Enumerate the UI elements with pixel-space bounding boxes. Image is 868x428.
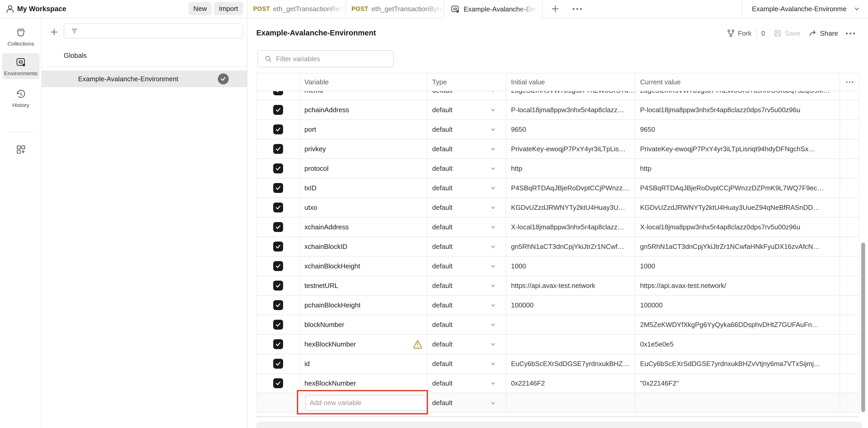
initial-value-cell[interactable]: PrivateKey-ewoqjP7PxY4yr3iLTpLis… [506,140,635,158]
variable-type-cell[interactable]: default [427,335,506,353]
variable-name-cell[interactable]: xchainBlockID [299,237,427,256]
initial-value-cell[interactable]: gn5RhN1aCT3dnCpjYkiJtrZr1NCwf… [506,237,635,256]
initial-value-cell[interactable]: EuCy6bScEXrSdDGSE7yrdnxukBHZ… [506,354,635,373]
variable-name-cell[interactable]: txID [299,179,427,197]
initial-value-cell[interactable]: KGDvUZzdJRWNYTy2ktU4Huay3U… [506,198,635,217]
variable-type-cell[interactable]: default [427,140,506,158]
sidebar-filter-input[interactable] [64,23,243,38]
variable-type-cell[interactable]: default [427,159,506,178]
variable-type-cell[interactable]: default [427,296,506,314]
variable-type-cell[interactable]: default [427,101,506,119]
variable-name-cell[interactable]: privkey [299,140,427,158]
active-environment-check-icon[interactable] [218,74,229,84]
initial-value-cell[interactable] [506,393,635,412]
variable-name-cell[interactable]: xchainBlockHeight [299,257,427,276]
initial-value-cell[interactable]: https://api.avax-test.network [506,276,635,295]
current-value-cell[interactable]: P-local18jma8ppw3nhx5r4ap8clazz0dps7rv5u… [635,101,840,119]
variable-name-cell[interactable]: blockNumber [299,315,427,334]
fork-count[interactable]: 0 [761,29,765,37]
current-value-cell[interactable]: https://api.avax-test.network/ [635,276,840,295]
add-new-variable-input[interactable] [306,395,427,411]
current-value-cell[interactable]: PrivateKey-ewoqjP7PxY4yr3iLTpLisriqt94hd… [635,140,840,158]
variable-name-cell[interactable]: memo [299,91,427,100]
current-value-cell[interactable]: EuCy6bScEXrSdDGSE7yrdnxukBHZvVtjny6ma7VT… [635,354,840,373]
sidebar-item-environments[interactable]: Environments [2,53,39,79]
variable-type-cell[interactable]: default [427,179,506,197]
tab-request-2[interactable]: POST eth_getTransactionByHa [346,0,444,18]
variable-type-cell[interactable]: default [427,276,506,295]
variable-type-cell[interactable]: default [427,218,506,236]
variable-name-cell[interactable]: pchainBlockHeight [299,296,427,314]
variable-name-cell[interactable]: pchainAddress [299,101,427,119]
initial-value-cell[interactable]: 100000 [506,296,635,314]
globals-item[interactable]: Globals [64,49,87,62]
initial-value-cell[interactable]: 2ugeSizmRsVW7b1gsJ7YhZW8GrSTd… [506,91,635,100]
user-avatar-icon[interactable] [5,4,15,14]
save-button[interactable]: Save [773,29,800,38]
current-value-cell[interactable]: 2M5ZeKWDYfXkgPg6YyQyka66DDsphvDHtZ7GUFAu… [635,315,840,334]
current-value-cell[interactable]: KGDvUZzdJRWNYTy2ktU4Huay3UueZ94qNeBfRASn… [635,198,840,217]
sidebar-item-collections[interactable]: Collections [2,24,39,50]
enabled-checkbox[interactable] [273,378,283,388]
current-value-cell[interactable]: 9650 [635,120,840,139]
workspace-name[interactable]: My Workspace [17,0,66,18]
table-options-menu[interactable] [840,74,859,91]
initial-value-cell[interactable] [506,335,635,353]
variable-type-cell[interactable]: default [427,354,506,373]
enabled-checkbox[interactable] [273,203,283,212]
variable-name-cell[interactable]: xchainAddress [299,218,427,236]
current-value-cell[interactable] [635,393,840,412]
variable-type-cell[interactable]: default [427,393,506,412]
enabled-checkbox[interactable] [273,222,283,232]
enabled-checkbox[interactable] [273,300,283,310]
enabled-checkbox[interactable] [273,241,283,252]
current-value-cell[interactable]: 2ugeSizmRsVW7b1gsJ7YhZW8GrSTdsnhrGUraJq7… [635,91,840,100]
tab-options-menu[interactable] [569,0,585,18]
enabled-checkbox[interactable] [273,359,283,369]
variable-type-cell[interactable]: default [427,315,506,334]
initial-value-cell[interactable]: P-local18jma8ppw3nhx5r4ap8clazz… [506,101,635,119]
tab-request-1[interactable]: POST eth_getTransactionRece [247,0,345,18]
initial-value-cell[interactable]: 9650 [506,120,635,139]
variable-name-cell[interactable]: testnetURL [299,276,427,295]
more-actions-menu[interactable] [846,32,855,34]
current-value-cell[interactable]: X-local18jma8ppw3nhx5r4ap8clazz0dps7rv5u… [635,218,840,236]
current-value-cell[interactable]: 1000 [635,257,840,276]
enabled-checkbox[interactable] [273,105,283,115]
variable-type-cell[interactable]: default [427,198,506,217]
new-button[interactable]: New [189,2,212,15]
tab-environment-active[interactable]: Example-Avalanche-Envi [444,0,542,18]
current-value-cell[interactable]: 0x1e5e0e5 [635,335,840,353]
import-button[interactable]: Import [214,2,243,15]
warning-icon[interactable] [412,339,423,349]
current-value-cell[interactable]: gn5RhN1aCT3dnCpjYkiJtrZr1NCwfaHNkFyuDX16… [635,237,840,256]
current-value-cell[interactable]: 100000 [635,296,840,314]
environment-list-item-selected[interactable]: Example-Avalanche-Environment [42,70,247,87]
initial-value-cell[interactable] [506,315,635,334]
variable-name-cell[interactable]: id [299,354,427,373]
enabled-checkbox[interactable] [273,124,283,134]
initial-value-cell[interactable]: http [506,159,635,178]
initial-value-cell[interactable]: 0x22146F2 [506,374,635,393]
initial-value-cell[interactable]: X-local18jma8ppw3nhx5r4ap8clazz… [506,218,635,236]
vertical-scrollbar-thumb[interactable] [861,242,865,412]
variable-type-cell[interactable]: default [427,120,506,139]
enabled-checkbox[interactable] [273,91,283,95]
variable-type-cell[interactable]: default [427,374,506,393]
variable-name-cell[interactable]: hexBlockNumber [299,374,427,393]
variable-name-cell[interactable]: port [299,120,427,139]
variable-type-cell[interactable]: default [427,237,506,256]
enabled-checkbox[interactable] [273,320,283,330]
share-button[interactable]: Share [809,29,838,38]
enabled-checkbox[interactable] [273,339,283,349]
add-environment-button[interactable] [47,25,61,39]
enabled-checkbox[interactable] [273,144,283,154]
configure-workspace-sidebar-button[interactable] [2,141,39,158]
current-value-cell[interactable]: P4SBqRTDAqJBjeRoDvptCCjPWnzzDZPmK9L7WQ7F… [635,179,840,197]
variable-name-cell[interactable]: hexBlockNumber [299,335,427,353]
enabled-checkbox[interactable] [273,281,283,290]
enabled-checkbox[interactable] [273,183,283,193]
variable-type-cell[interactable]: default [427,91,506,100]
variable-type-cell[interactable]: default [427,257,506,276]
current-value-cell[interactable]: http [635,159,840,178]
